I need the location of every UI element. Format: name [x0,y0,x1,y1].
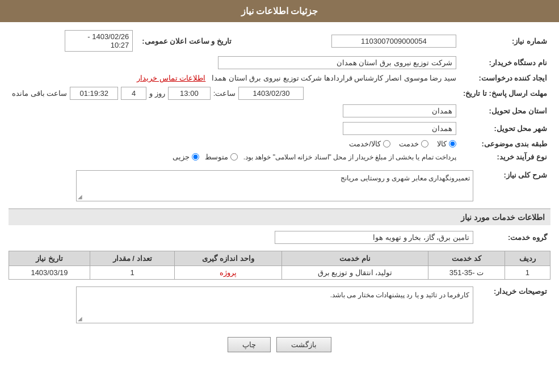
radio-khadamat[interactable]: خدمت [399,140,428,148]
cell-radif: 1 [505,266,550,280]
sharh-value: تعمیرونگهداری معابر شهری و روستایی مریان… [341,174,470,182]
sharh-area: تعمیرونگهداری معابر شهری و روستایی مریان… [76,170,473,201]
sharh-label: شرح کلی نیاز: [477,168,550,204]
noee-farayand-label: نوع فرآیند خرید: [460,150,550,163]
resize-handle: ◢ [78,193,82,200]
contact-link[interactable]: اطلاعات تماس خریدار [137,74,205,82]
cell-name: تولید، انتقال و توزیع برق [281,266,428,280]
radio-motavasset-label: متوسط [205,153,228,161]
ijad-konande-label: ایجاد کننده درخواست: [460,71,550,85]
shmare-niaz-cell: 1103007009000054 [235,28,460,54]
col-kod: کد خدمت [428,251,505,266]
radio-motavasset[interactable]: متوسط [205,153,238,161]
radio-motavasset-input[interactable] [230,153,238,161]
shahr-label: شهر محل تحویل: [460,120,550,137]
radio-kala-label: کالا [437,140,447,148]
radio-khadamat-label: خدمت [399,140,419,148]
main-content: شماره نیاز: 1103007009000054 تاریخ و ساع… [0,22,559,366]
shahr-value: همدان [343,122,456,135]
ostan-cell: همدان [9,102,460,120]
table-row: 1 ت -35-351 تولید، انتقال و توزیع برق پر… [9,266,550,280]
sharh-table: شرح کلی نیاز: تعمیرونگهداری معابر شهری و… [9,168,550,204]
page-title: جزئیات اطلاعات نیاز [241,6,318,16]
baghimande-label: ساعت باقی مانده [12,89,67,98]
page-header: جزئیات اطلاعات نیاز [0,0,559,22]
col-name: نام خدمت [281,251,428,266]
khadamat-section-header: اطلاعات خدمات مورد نیاز [9,208,550,225]
service-table: ردیف کد خدمت نام خدمت واحد اندازه گیری ت… [9,251,550,280]
col-vahed: واحد اندازه گیری [175,251,281,266]
back-button[interactable]: بازگشت [276,337,331,352]
radio-kala[interactable]: کالا [437,140,456,148]
ijad-konande-cell: سید رضا موسوی انصار کارشناس قراردادها شر… [9,71,460,85]
radio-kala-khadamat-label: کالا/خدمت [349,140,381,148]
shahr-cell: همدان [9,120,460,137]
mohlet-ersal-label: مهلت ارسال پاسخ: تا تاریخ: [460,85,550,102]
noee-farayand-cell: پرداخت تمام یا بخشی از مبلغ خریدار از مح… [9,150,460,163]
goroh-table: گروه خدمت: تامین برق، گاز، بخار و تهویه … [9,229,550,246]
sharh-cell: تعمیرونگهداری معابر شهری و روستایی مریان… [9,168,477,204]
radio-kala-khadamat[interactable]: کالا/خدمت [349,140,390,148]
ostan-value: همدان [343,104,456,117]
dasgah-value: شرکت توزیع نیروی برق استان همدان [218,56,456,69]
rooz-value: 4 [121,87,146,100]
shmare-niaz-value: 1103007009000054 [331,35,456,48]
tawsif-area: کارفرما در تائید و یا رد پیشنهادات مختار… [76,286,473,323]
mohlet-ersal-cell: 1403/02/30 ساعت: 13:00 روز و 4 01:19:32 … [9,85,460,102]
info-table-top: شماره نیاز: 1103007009000054 تاریخ و ساع… [9,28,550,163]
dasgah-label: نام دستگاه خریدار: [460,54,550,71]
radio-khadamat-input[interactable] [421,140,428,147]
tarikh-saat-value: 1403/02/26 - 10:27 [65,30,133,52]
radio-kala-input[interactable] [449,140,456,147]
radio-jozyi-input[interactable] [192,153,199,161]
tawsif-cell: کارفرما در تائید و یا رد پیشنهادات مختار… [9,284,477,328]
radio-jozyi-label: جزیی [173,153,190,161]
khadamat-label: اطلاعات خدمات مورد نیاز [461,213,545,222]
col-tarikh: تاریخ نیاز [9,251,90,266]
cell-kod: ت -35-351 [428,266,505,280]
tawsif-resize-handle: ◢ [78,315,82,322]
radio-jozyi[interactable]: جزیی [173,153,199,161]
tawsif-label: توصیحات خریدار: [477,284,550,328]
tawsif-table: توصیحات خریدار: کارفرما در تائید و یا رد… [9,284,550,328]
cell-tarikh: 1403/03/19 [9,266,90,280]
print-button[interactable]: چاپ [228,337,271,352]
baghimande-value: 01:19:32 [70,87,118,100]
cell-vahed: پروژه [175,266,281,280]
saat-value: 13:00 [168,87,211,100]
cell-tedaad: 1 [90,266,174,280]
col-radif: ردیف [505,251,550,266]
col-tedaad: تعداد / مقدار [90,251,174,266]
tarikh-value: 1403/02/30 [238,87,304,100]
rooz-label: روز و [149,89,165,98]
tarikh-saat-cell: 1403/02/26 - 10:27 [9,28,136,54]
dasgah-cell: شرکت توزیع نیروی برق استان همدان [9,54,460,71]
tawsif-value: کارفرما در تائید و یا رد پیشنهادات مختار… [330,291,469,299]
goroh-value: تامین برق، گاز، بخار و تهویه هوا [275,231,473,244]
ostan-label: استان محل تحویل: [460,102,550,120]
purchase-text: پرداخت تمام یا بخشی از مبلغ خریدار از مح… [243,153,456,161]
page-wrapper: جزئیات اطلاعات نیاز شماره نیاز: 11030070… [0,0,559,392]
tabaghe-cell: کالا/خدمت خدمت کالا [9,137,460,150]
tarikh-saat-label: تاریخ و ساعت اعلان عمومی: [136,28,235,54]
shmare-niaz-label: شماره نیاز: [460,28,550,54]
button-row: بازگشت چاپ [9,337,550,352]
ijad-konande-value: سید رضا موسوی انصار کارشناس قراردادها شر… [212,74,456,82]
saat-label: ساعت: [213,89,236,98]
goroh-label: گروه خدمت: [477,229,550,246]
tabaghe-label: طبقه بندی موضوعی: [460,137,550,150]
goroh-cell: تامین برق، گاز، بخار و تهویه هوا [9,229,477,246]
radio-kala-khadamat-input[interactable] [383,140,390,147]
